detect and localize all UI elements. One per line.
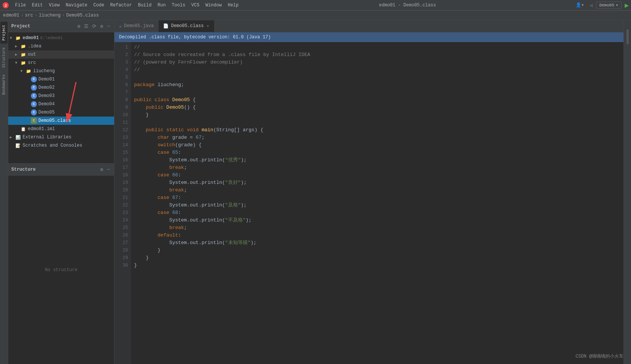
- tree-label-demo05-class: Demo05.class: [38, 118, 71, 123]
- ln-17: 17: [114, 164, 128, 171]
- project-settings-icon[interactable]: ⚙: [76, 23, 82, 30]
- tree-node-demo03[interactable]: C Demo03: [8, 92, 114, 100]
- tree-node-out[interactable]: ▶ 📁 out: [8, 50, 114, 59]
- breadcrumb: edmo01 › src › liucheng › Demo05.class: [0, 11, 631, 20]
- left-tab-project[interactable]: Project: [0, 22, 8, 44]
- window-title: edmo01 - Demo05.class: [242, 3, 573, 8]
- menu-help[interactable]: Help: [225, 2, 242, 9]
- code-editor[interactable]: 1 2 3 4 5 6 7 8 9 10 11 12 13 14 15 16 1…: [114, 42, 623, 364]
- tree-node-demo05-class[interactable]: C Demo05.class: [8, 117, 114, 125]
- breadcrumb-part-1[interactable]: src: [25, 13, 33, 18]
- run-config-label: Demo05: [599, 3, 614, 8]
- left-tab-bookmarks[interactable]: Bookmarks: [1, 71, 7, 98]
- back-arrow[interactable]: ◀: [588, 1, 594, 10]
- tab-demo05-class[interactable]: 📄 Demo05.class ✕: [159, 20, 214, 32]
- class-icon-demo05: C: [31, 118, 37, 124]
- toolbar-right: 👤▾ ◀ Demo05 ▾ ▶: [573, 0, 629, 10]
- project-collapse-icon[interactable]: ☰: [83, 23, 90, 30]
- menu-tools[interactable]: Tools: [169, 2, 188, 9]
- scrollbar-thumb[interactable]: [626, 29, 629, 44]
- libs-icon: 📊: [15, 134, 21, 140]
- tree-node-demo02[interactable]: C Demo02: [8, 83, 114, 92]
- tree-label-src: src: [28, 60, 36, 65]
- run-config-selector[interactable]: Demo05 ▾: [596, 2, 622, 9]
- tab-icon-java: ☕: [119, 23, 122, 29]
- structure-body: No structure: [8, 176, 114, 364]
- ln-18: 18: [114, 171, 128, 179]
- user-icon[interactable]: 👤▾: [573, 2, 586, 9]
- structure-minimize-icon[interactable]: —: [106, 166, 111, 173]
- ln-28: 28: [114, 247, 128, 254]
- tree-node-demo04[interactable]: C Demo04: [8, 100, 114, 108]
- folder-icon-out: 📁: [20, 52, 26, 58]
- menu-code[interactable]: Code: [90, 2, 107, 9]
- structure-empty-text: No structure: [45, 267, 77, 273]
- watermark-text: CSDN @嘀嘀嘀的小火车: [576, 354, 623, 359]
- code-content[interactable]: // // Source code recreated from a .clas…: [131, 42, 623, 364]
- tree-node-scratches[interactable]: 📝 Scratches and Consoles: [8, 141, 114, 150]
- run-button[interactable]: ▶: [624, 0, 629, 10]
- svg-text:J: J: [5, 4, 7, 8]
- project-minimize-icon[interactable]: —: [106, 23, 111, 30]
- project-gear-icon[interactable]: ⚙: [99, 23, 104, 30]
- tree-node-edmo01[interactable]: ▼ 📁 edmo01 E:\edmo01: [8, 34, 114, 42]
- tree-node-idea[interactable]: ▶ 📁 .idea: [8, 42, 114, 50]
- menu-view[interactable]: View: [46, 2, 63, 9]
- tree-arrow-out: ▶: [15, 52, 20, 57]
- menu-window[interactable]: Window: [203, 2, 225, 9]
- tree-node-iml[interactable]: 📋 edmo01.iml: [8, 125, 114, 133]
- menu-build[interactable]: Build: [135, 2, 154, 9]
- tree-node-ext-libs[interactable]: ▶ 📊 External Libraries: [8, 133, 114, 141]
- menu-run[interactable]: Run: [154, 2, 169, 9]
- tree-node-demo01[interactable]: C Demo01: [8, 75, 114, 83]
- iml-icon: 📋: [20, 126, 26, 132]
- breadcrumb-sep-0: ›: [21, 13, 23, 18]
- tree-node-src[interactable]: ▼ 📁 src: [8, 59, 114, 67]
- ln-27: 27: [114, 239, 128, 247]
- java-icon-demo03: C: [31, 93, 37, 99]
- ln-25: 25: [114, 224, 128, 232]
- structure-gear-icon[interactable]: ⚙: [99, 166, 104, 173]
- menu-vcs[interactable]: VCS: [188, 2, 203, 9]
- left-tab-structure[interactable]: Structure: [1, 44, 7, 71]
- structure-panel-title: Structure: [11, 167, 98, 172]
- menu-file[interactable]: File: [12, 2, 29, 9]
- breadcrumb-part-0[interactable]: edmo01: [3, 13, 19, 18]
- project-tree: ▼ 📁 edmo01 E:\edmo01 ▶ 📁 .idea: [8, 32, 114, 163]
- ln-26: 26: [114, 232, 128, 239]
- ln-19: 19: [114, 179, 128, 187]
- tree-label-liucheng: liucheng: [33, 68, 55, 74]
- tree-label-demo02: Demo02: [38, 85, 55, 90]
- tree-node-liucheng[interactable]: ▼ 📁 liucheng: [8, 67, 114, 75]
- editor-area: ☕ Demo05.java 📄 Demo05.class ✕ Decompile…: [114, 20, 623, 364]
- ln-22: 22: [114, 202, 128, 209]
- ln-30: 30: [114, 262, 128, 269]
- ln-5: 5: [114, 74, 128, 81]
- structure-header: Structure ⚙ —: [8, 164, 114, 176]
- java-icon-demo02: C: [31, 85, 37, 91]
- decompiled-text: Decompiled .class file, bytecode version…: [119, 35, 271, 40]
- menu-bar: J File Edit View Navigate Code Refactor …: [0, 0, 631, 11]
- tree-arrow-idea: ▶: [15, 44, 20, 49]
- breadcrumb-part-2[interactable]: liucheng: [39, 13, 61, 18]
- tab-close-class[interactable]: ✕: [206, 23, 210, 29]
- java-icon-demo01: C: [31, 76, 37, 82]
- breadcrumb-part-3[interactable]: Demo05.class: [66, 13, 99, 18]
- app-logo: J: [2, 1, 10, 9]
- tab-demo05-java[interactable]: ☕ Demo05.java: [114, 20, 159, 32]
- left-tab-strip: Project Structure Bookmarks: [0, 20, 8, 364]
- ln-3: 3: [114, 59, 128, 66]
- tree-node-demo05[interactable]: C Demo05: [8, 108, 114, 117]
- tree-label-edmo01: edmo01: [23, 35, 39, 41]
- menu-navigate[interactable]: Navigate: [62, 2, 90, 9]
- breadcrumb-sep-1: ›: [35, 13, 37, 18]
- project-scroll-icon[interactable]: ⟳: [91, 23, 98, 30]
- ln-20: 20: [114, 187, 128, 194]
- menu-edit[interactable]: Edit: [29, 2, 46, 9]
- ln-8: 8: [114, 96, 128, 104]
- brand-watermark: CSDN @嘀嘀嘀的小火车: [576, 353, 623, 359]
- java-icon-demo05: C: [31, 109, 37, 115]
- line-numbers: 1 2 3 4 5 6 7 8 9 10 11 12 13 14 15 16 1…: [114, 42, 131, 364]
- tree-label-scratches: Scratches and Consoles: [23, 143, 82, 148]
- menu-refactor[interactable]: Refactor: [107, 2, 135, 9]
